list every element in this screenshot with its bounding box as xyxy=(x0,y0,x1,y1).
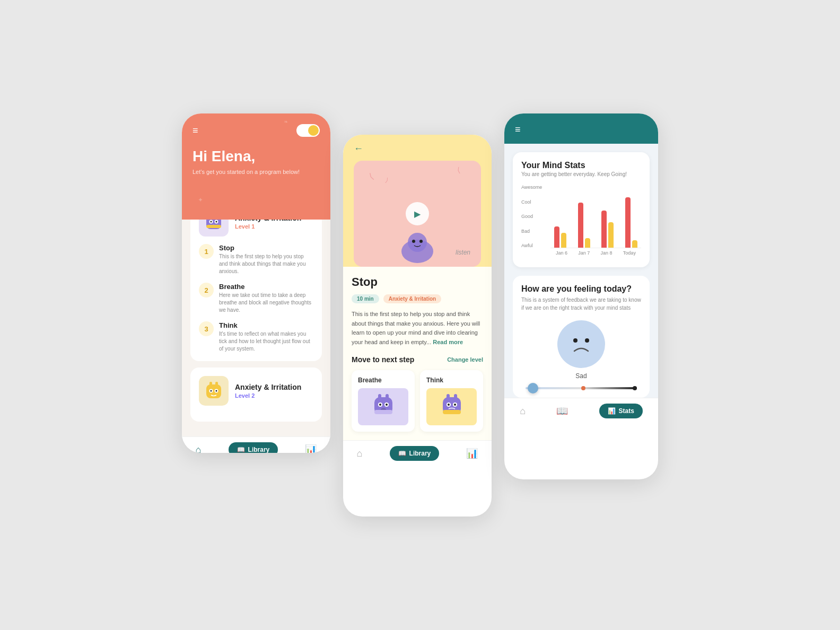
s3-library-icon[interactable]: 📖 xyxy=(556,405,568,417)
s3-home-icon[interactable]: ⌂ xyxy=(520,406,526,417)
feather-2: ⟩ xyxy=(384,177,389,185)
chart-y-labels: Awesome Cool Good Bad Awful xyxy=(521,185,542,248)
monster-avatar-2 xyxy=(199,376,229,406)
s2-image-area: ⟨ ⟩ ⟨ ▶ listen xyxy=(354,161,481,267)
chart-area: Awesome Cool Good Bad Awful xyxy=(521,185,641,259)
svg-rect-27 xyxy=(374,410,392,414)
svg-rect-14 xyxy=(215,382,218,386)
step-1-desc: This is the first step to help you stop … xyxy=(219,253,313,275)
svg-point-4 xyxy=(216,221,217,223)
next-card-think[interactable]: Think xyxy=(420,370,483,432)
stats-nav-button[interactable]: 📊 Stats xyxy=(599,404,643,418)
bar-jan7-red xyxy=(578,203,583,248)
s3-hamburger-icon[interactable]: ≡ xyxy=(515,124,521,135)
step-3: 3 Think It's time to reflect on what mak… xyxy=(199,321,313,353)
stats-title: Your Mind Stats xyxy=(521,161,641,170)
chart-x-labels: Jan 6 Jan 7 Jan 8 Today xyxy=(550,250,641,256)
sad-label: Sad xyxy=(521,372,641,380)
hamburger-icon[interactable]: ≡ xyxy=(192,125,198,136)
change-level-link[interactable]: Change level xyxy=(447,356,483,363)
svg-point-16 xyxy=(408,233,427,252)
time-tag: 10 min xyxy=(352,294,379,303)
x-label-today: Today xyxy=(623,250,636,256)
back-button[interactable]: ← xyxy=(354,143,481,154)
anxiety-card-2[interactable]: Anxiety & Irritation Level 2 xyxy=(190,368,322,422)
card2-title: Anxiety & Irritation xyxy=(235,383,301,391)
phone-screen-2: ← ⟨ ⟩ ⟨ ▶ listen xyxy=(343,135,492,517)
svg-rect-34 xyxy=(454,394,457,399)
step-2-text: Breathe Here we take out time to take a … xyxy=(219,283,313,314)
step-3-title: Think xyxy=(219,321,313,329)
step-num-2: 2 xyxy=(199,283,214,298)
read-more-link[interactable]: Read more xyxy=(433,339,463,345)
s2-stats-icon[interactable]: 📊 xyxy=(466,448,478,459)
s2-main-content: Stop 10 min Anxiety & Irritation This is… xyxy=(343,267,492,440)
slider-thumb[interactable] xyxy=(528,383,538,393)
stats-nav-icon: 📊 xyxy=(608,407,616,415)
s1-header: ≡ ✦ ❧ ✦ Hi Elena, Let's get you started … xyxy=(182,113,330,220)
stats-subtitle: You are getting better everyday. Keep Go… xyxy=(521,171,641,177)
s1-bottom-nav: ⌂ 📖 Library 📊 xyxy=(182,436,330,453)
library-button[interactable]: 📖 Library xyxy=(229,442,278,453)
bar-jan7-yellow xyxy=(585,238,590,248)
bar-group-3 xyxy=(601,211,614,248)
bar-jan6-red xyxy=(554,226,559,248)
leaf-decor-3: ✦ xyxy=(198,196,203,204)
svg-point-32 xyxy=(454,404,456,406)
step-3-desc: It's time to reflect on what makes you t… xyxy=(219,330,313,353)
svg-rect-7 xyxy=(206,225,221,228)
s2-library-icon: 📖 xyxy=(398,450,406,457)
x-label-jan6: Jan 6 xyxy=(556,250,567,256)
step-2-title: Breathe xyxy=(219,283,313,291)
sad-face-emoji xyxy=(557,320,605,368)
step-num-1: 1 xyxy=(199,244,214,259)
next-step-section: Move to next step Change level Breathe xyxy=(352,355,483,432)
play-button[interactable]: ▶ xyxy=(406,202,429,225)
mind-stats-card: Your Mind Stats You are getting better e… xyxy=(513,152,650,267)
s3-body: Your Mind Stats You are getting better e… xyxy=(504,144,658,398)
home-icon[interactable]: ⌂ xyxy=(196,444,202,453)
library-label: Library xyxy=(248,446,270,453)
stats-icon[interactable]: 📊 xyxy=(305,444,317,453)
phone-screen-3: ≡ Your Mind Stats You are getting better… xyxy=(504,113,658,479)
step-1: 1 Stop This is the first step to help yo… xyxy=(199,244,313,275)
next-card-breathe[interactable]: Breathe xyxy=(352,370,415,432)
bar-group-2 xyxy=(578,203,590,248)
svg-point-18 xyxy=(419,240,423,243)
s2-home-icon[interactable]: ⌂ xyxy=(357,448,363,459)
next-step-cards: Breathe xyxy=(352,370,483,432)
svg-point-12 xyxy=(216,390,217,392)
feather-3: ⟨ xyxy=(457,166,461,175)
stop-title: Stop xyxy=(352,275,483,289)
y-label-awful: Awful xyxy=(521,243,542,248)
svg-point-22 xyxy=(379,404,381,406)
svg-point-23 xyxy=(386,404,388,406)
x-label-jan8: Jan 8 xyxy=(601,250,612,256)
svg-rect-35 xyxy=(443,410,461,414)
leaf-decor-2: ❧ xyxy=(284,119,288,125)
feather-1: ⟨ xyxy=(368,171,375,181)
cat-svg xyxy=(391,222,444,265)
library-icon: 📖 xyxy=(237,446,245,453)
s2-header: ← ⟨ ⟩ ⟨ ▶ listen xyxy=(343,135,492,267)
s3-header: ≡ xyxy=(504,113,658,144)
slider-track xyxy=(526,387,637,389)
s2-bottom-nav: ⌂ 📖 Library 📊 xyxy=(343,440,492,466)
greeting-subtitle: Let's get you started on a program below… xyxy=(192,169,320,175)
mood-slider[interactable] xyxy=(521,387,641,389)
svg-point-38 xyxy=(585,338,589,343)
svg-rect-26 xyxy=(386,394,389,399)
svg-point-11 xyxy=(211,390,212,392)
bar-jan6-yellow xyxy=(561,233,566,248)
tag-container: 10 min Anxiety & Irritation xyxy=(352,294,483,303)
bar-group-today xyxy=(625,197,637,248)
feeling-desc: This is a system of feedback we are taki… xyxy=(521,296,641,312)
anxiety-card-1[interactable]: Anxiety & Irritation Level 1 1 Stop This… xyxy=(190,198,322,361)
step-1-text: Stop This is the first step to help you … xyxy=(219,244,313,275)
svg-point-36 xyxy=(564,327,598,361)
card1-level: Level 1 xyxy=(235,223,301,230)
s2-library-button[interactable]: 📖 Library xyxy=(390,446,440,461)
s3-bottom-nav: ⌂ 📖 📊 Stats xyxy=(504,398,658,424)
stats-nav-label: Stats xyxy=(619,407,634,415)
y-label-bad: Bad xyxy=(521,229,542,234)
